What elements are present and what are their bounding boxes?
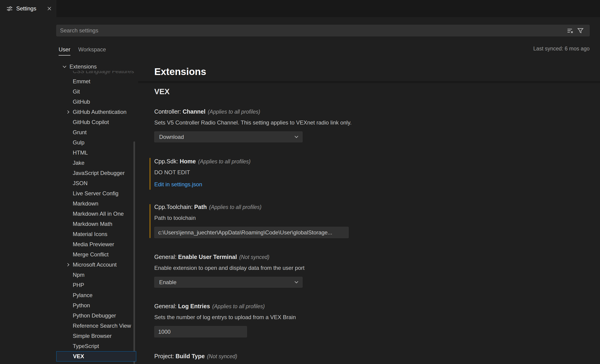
chevron-down-icon xyxy=(295,135,298,138)
tree-item-markdown[interactable]: Markdown xyxy=(56,199,136,209)
tree-item-label: JavaScript Debugger xyxy=(73,170,125,176)
tree-item-label: Pylance xyxy=(73,292,93,298)
tree-item-label: Merge Conflict xyxy=(73,251,109,258)
settings-tab[interactable]: Settings xyxy=(0,0,56,17)
tree-item-label: Python Debugger xyxy=(73,312,116,319)
tree-item-label: Markdown xyxy=(73,200,98,207)
settings-tree: Extensions CSS Language Features EmmetGi… xyxy=(56,63,136,364)
setting-description: Sets V5 Controller Radio Channel. This s… xyxy=(154,119,594,127)
select-value: Download xyxy=(159,134,184,140)
tree-item-media-previewer[interactable]: Media Previewer xyxy=(56,239,136,249)
tree-item-label: Reference Search View xyxy=(73,323,131,329)
setting-cpp-sdk-home: Cpp.Sdk: Home(Applies to all profiles) D… xyxy=(154,157,594,188)
tree-item-label: Material Icons xyxy=(73,231,107,237)
setting-description: DO NOT EDIT xyxy=(154,168,594,176)
select-value: Enable xyxy=(159,279,177,286)
user-terminal-select[interactable]: Enable xyxy=(154,277,302,288)
tree-item-live-server-config[interactable]: Live Server Config xyxy=(56,188,136,199)
tab-user[interactable]: User xyxy=(59,45,70,55)
modified-indicator xyxy=(150,158,150,190)
tree-item-label: TypeScript xyxy=(73,343,99,349)
channel-select[interactable]: Download xyxy=(154,131,302,142)
settings-scope-tabs: User Workspace xyxy=(59,45,106,55)
tree-item-simple-browser[interactable]: Simple Browser xyxy=(56,331,136,341)
tree-item-json[interactable]: JSON xyxy=(56,178,136,188)
filter-icon[interactable] xyxy=(577,27,583,34)
tree-item-markdown-all-in-one[interactable]: Markdown All in One xyxy=(56,209,136,219)
close-tab-icon[interactable] xyxy=(47,6,52,11)
tree-item-github[interactable]: GitHub xyxy=(56,97,136,107)
tree-header-label: Extensions xyxy=(69,64,97,70)
tree-item-javascript-debugger[interactable]: JavaScript Debugger xyxy=(56,168,136,178)
setting-enable-user-terminal: General: Enable User Terminal(Not synced… xyxy=(154,253,594,288)
tree-item-python[interactable]: Python xyxy=(56,300,136,310)
setting-title: General: Enable User Terminal(Not synced… xyxy=(154,253,594,261)
log-entries-input[interactable] xyxy=(154,326,247,337)
tree-item-label: Git xyxy=(73,88,80,95)
tree-item-python-debugger[interactable]: Python Debugger xyxy=(56,310,136,321)
setting-controller-channel: Controller: Channel(Applies to all profi… xyxy=(154,108,594,142)
setting-title: Cpp.Sdk: Home(Applies to all profiles) xyxy=(154,157,594,165)
tree-item-emmet[interactable]: Emmet xyxy=(56,76,136,87)
tree-item-reference-search-view[interactable]: Reference Search View xyxy=(56,321,136,331)
tree-item-gulp[interactable]: Gulp xyxy=(56,137,136,148)
setting-description: Enable extension to open and display dat… xyxy=(154,264,594,272)
tree-header-extensions[interactable]: Extensions xyxy=(56,63,136,71)
search-input[interactable] xyxy=(56,25,590,36)
setting-title: General: Log Entries(Applies to all prof… xyxy=(154,302,594,310)
setting-title: Controller: Channel(Applies to all profi… xyxy=(154,108,594,116)
tree-item-label: GitHub xyxy=(73,99,90,105)
section-title-vex: VEX xyxy=(154,87,169,96)
tree-item-label: Gulp xyxy=(73,139,84,146)
tree-item-label: Microsoft Account xyxy=(73,262,117,268)
setting-title: Cpp.Toolchain: Path(Applies to all profi… xyxy=(154,203,594,211)
tree-item-label: VEX xyxy=(73,353,84,359)
tree-item-grunt[interactable]: Grunt xyxy=(56,127,136,137)
tree-item-label: GitHub Copilot xyxy=(73,119,109,125)
tree-item-npm[interactable]: Npm xyxy=(56,270,136,280)
tree-item-jake[interactable]: Jake xyxy=(56,158,136,168)
setting-description: Path to toolchain xyxy=(154,214,594,222)
tree-item-label: Media Previewer xyxy=(73,241,114,247)
setting-cpp-toolchain-path: Cpp.Toolchain: Path(Applies to all profi… xyxy=(154,203,594,238)
tree-item-label: Grunt xyxy=(73,129,87,135)
settings-sliders-icon xyxy=(7,6,13,12)
tree-item-php[interactable]: PHP xyxy=(56,280,136,290)
tree-item-label: HTML xyxy=(73,149,88,156)
chevron-down-icon xyxy=(295,280,298,283)
extensions-tree-items: EmmetGitGitHubGitHub AuthenticationGitHu… xyxy=(56,76,136,362)
tree-item-label: Live Server Config xyxy=(73,190,118,196)
scroll-shadow xyxy=(138,82,600,83)
tree-item-label: Emmet xyxy=(73,78,90,84)
tree-item-pylance[interactable]: Pylance xyxy=(56,290,136,300)
last-synced-label: Last synced: 6 mos ago xyxy=(533,46,590,52)
toolchain-path-input[interactable] xyxy=(154,227,349,238)
tree-item-html[interactable]: HTML xyxy=(56,148,136,158)
clear-search-results-icon[interactable] xyxy=(567,27,573,34)
tree-item-material-icons[interactable]: Material Icons xyxy=(56,229,136,239)
tree-item-label: Simple Browser xyxy=(73,333,112,339)
tab-title: Settings xyxy=(16,5,36,12)
tree-item-merge-conflict[interactable]: Merge Conflict xyxy=(56,249,136,260)
setting-log-entries: General: Log Entries(Applies to all prof… xyxy=(154,302,594,337)
tree-item-label: Markdown Math xyxy=(73,221,112,227)
tab-workspace[interactable]: Workspace xyxy=(78,45,106,55)
edit-in-settings-json-link[interactable]: Edit in settings.json xyxy=(154,181,202,188)
tree-item-git[interactable]: Git xyxy=(56,87,136,97)
tree-item-github-authentication[interactable]: GitHub Authentication xyxy=(56,107,136,117)
tree-item-label: Npm xyxy=(73,272,84,278)
tree-item-github-copilot[interactable]: GitHub Copilot xyxy=(56,117,136,127)
tree-item-label: GitHub Authentication xyxy=(73,109,126,115)
modified-indicator xyxy=(150,204,150,238)
tree-item-label: JSON xyxy=(73,180,88,186)
tree-item-typescript[interactable]: TypeScript xyxy=(56,341,136,351)
editor-tab-bar: Settings xyxy=(0,0,600,17)
setting-project-build-type: Project: Build Type(Not synced) xyxy=(154,352,594,360)
chevron-down-icon xyxy=(63,64,66,68)
chevron-right-icon xyxy=(66,263,69,266)
tree-item-label: Python xyxy=(73,302,90,309)
tree-item-markdown-math[interactable]: Markdown Math xyxy=(56,219,136,229)
tree-item-microsoft-account[interactable]: Microsoft Account xyxy=(56,260,136,270)
setting-description: Sets the number of log entrys to upload … xyxy=(154,313,594,321)
tree-item-vex[interactable]: VEX xyxy=(56,351,136,362)
